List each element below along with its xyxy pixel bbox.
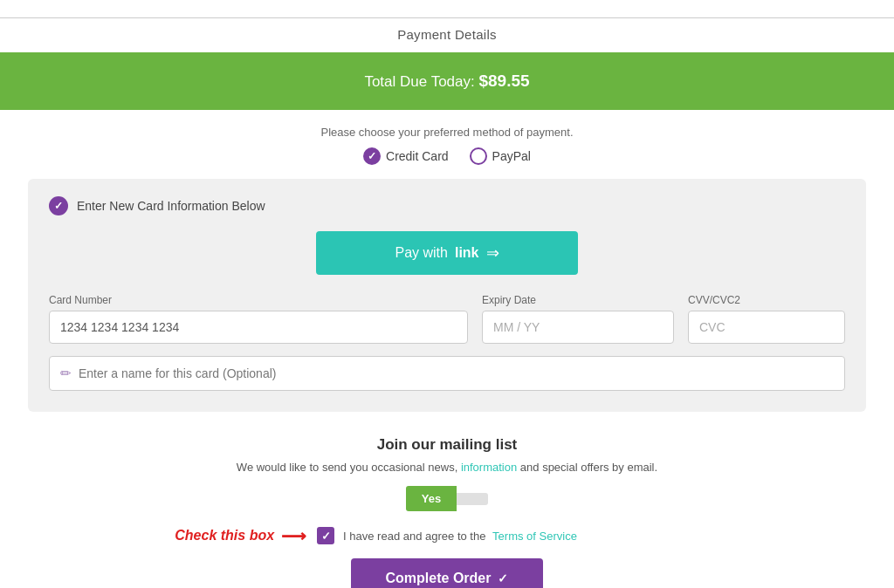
total-amount: $89.55	[478, 72, 529, 90]
paypal-label: PayPal	[492, 149, 531, 163]
annotation-arrow-icon: ⟶	[281, 525, 306, 546]
link-word: link	[455, 245, 479, 261]
credit-card-label: Credit Card	[386, 149, 449, 163]
paypal-option[interactable]: PayPal	[470, 147, 531, 165]
expiry-input[interactable]	[482, 311, 674, 344]
pay-with-link-button[interactable]: Pay with link ⇒	[316, 231, 578, 275]
card-section-check-icon	[49, 196, 68, 215]
mailing-title: Join our mailing list	[237, 436, 657, 454]
card-info-header: Enter New Card Information Below	[49, 196, 845, 215]
cvv-label: CVV/CVC2	[688, 294, 845, 306]
card-number-field-group: Card Number	[49, 294, 468, 344]
mailing-no-button[interactable]	[457, 493, 488, 505]
mailing-desc-part1: We would like to send you occasional new…	[237, 461, 457, 474]
complete-order-label: Complete Order	[386, 571, 492, 586]
mailing-description: We would like to send you occasional new…	[237, 461, 657, 474]
terms-row-inner: Check this box ⟶ I have read and agree t…	[317, 527, 577, 544]
credit-card-option[interactable]: Credit Card	[363, 147, 449, 165]
credit-card-radio[interactable]	[363, 147, 381, 165]
expiry-field-group: Expiry Date	[482, 294, 674, 344]
card-number-label: Card Number	[49, 294, 468, 306]
link-arrow-icon: ⇒	[486, 243, 499, 263]
terms-row: Check this box ⟶ I have read and agree t…	[0, 527, 894, 544]
cvv-input[interactable]	[688, 311, 845, 344]
terms-link-text[interactable]: Terms of Service	[492, 530, 577, 543]
payment-method-section: Please choose your preferred method of p…	[320, 126, 573, 165]
card-name-input[interactable]	[79, 366, 834, 380]
paypal-radio[interactable]	[470, 147, 487, 165]
terms-checkbox[interactable]	[317, 527, 334, 544]
cvv-field-group: CVV/CVC2	[688, 294, 845, 344]
mailing-toggle-group: Yes	[237, 486, 657, 511]
payment-options: Credit Card PayPal	[320, 147, 573, 165]
check-this-annotation: Check this box ⟶	[175, 525, 306, 546]
mailing-yes-button[interactable]: Yes	[406, 486, 457, 511]
terms-label: I have read and agree to the Terms of Se…	[343, 530, 577, 543]
card-number-input[interactable]	[49, 311, 468, 344]
page-title-text: Payment Details	[397, 27, 497, 42]
card-info-box: Enter New Card Information Below Pay wit…	[28, 179, 866, 412]
mailing-section: Join our mailing list We would like to s…	[237, 436, 657, 511]
card-section-header-text: Enter New Card Information Below	[77, 199, 265, 213]
payment-method-subtitle: Please choose your preferred method of p…	[320, 126, 573, 139]
complete-order-button[interactable]: Complete Order ✓	[351, 558, 544, 588]
expiry-label: Expiry Date	[482, 294, 674, 306]
check-this-box-label: Check this box	[175, 528, 274, 544]
mailing-desc-part2: and special offers by email.	[520, 461, 657, 474]
pencil-icon: ✏	[60, 366, 72, 381]
terms-label-text: I have read and agree to the	[343, 530, 485, 543]
pay-with-label: Pay with	[395, 245, 447, 261]
card-name-row: ✏	[49, 356, 845, 391]
complete-order-wrapper: Complete Order ✓	[351, 558, 544, 588]
mailing-desc-link: information	[461, 461, 517, 474]
complete-order-icon: ✓	[498, 571, 508, 585]
card-fields-row: Card Number Expiry Date CVV/CVC2	[49, 294, 845, 344]
total-label: Total Due Today:	[364, 73, 474, 90]
total-banner: Total Due Today: $89.55	[0, 52, 894, 110]
page-title: Payment Details	[0, 17, 894, 52]
